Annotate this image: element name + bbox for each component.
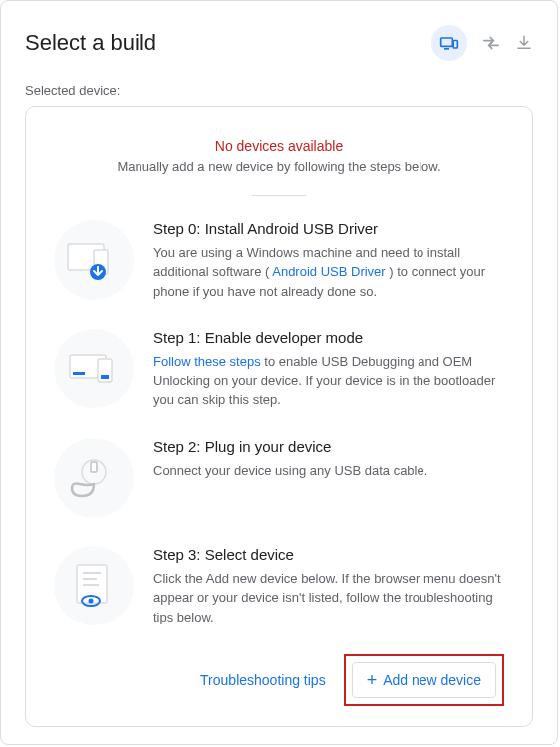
svg-rect-7 xyxy=(73,372,85,375)
add-device-label: Add new device xyxy=(383,672,481,688)
step-0-title: Step 0: Install Android USB Driver xyxy=(153,220,504,237)
step-0-illustration xyxy=(54,220,134,300)
step-1-title: Step 1: Enable developer mode xyxy=(153,329,504,346)
step-3-title: Step 3: Select device xyxy=(153,546,504,563)
step-3-desc: Click the Add new device below. If the b… xyxy=(153,569,504,627)
add-new-device-button[interactable]: + Add new device xyxy=(352,662,496,698)
step-0-desc: You are using a Windows machine and need… xyxy=(153,243,504,302)
svg-rect-0 xyxy=(441,38,453,46)
step-0: Step 0: Install Android USB Driver You a… xyxy=(54,220,504,302)
svg-rect-9 xyxy=(101,375,109,379)
select-device-icon xyxy=(67,559,121,613)
follow-steps-link[interactable]: Follow these steps xyxy=(153,354,261,369)
step-2-content: Step 2: Plug in your device Connect your… xyxy=(153,438,504,518)
swap-icon[interactable] xyxy=(481,35,501,51)
device-setup-card: No devices available Manually add a new … xyxy=(25,106,533,727)
selected-device-label: Selected device: xyxy=(25,83,533,98)
divider xyxy=(252,195,306,196)
plus-icon: + xyxy=(367,671,378,689)
page-title: Select a build xyxy=(25,30,156,56)
step-1: Step 1: Enable developer mode Follow the… xyxy=(54,329,504,410)
svg-rect-11 xyxy=(91,462,97,472)
install-driver-icon xyxy=(64,236,124,284)
svg-rect-1 xyxy=(453,41,457,49)
no-devices-section: No devices available Manually add a new … xyxy=(54,138,504,177)
svg-point-17 xyxy=(89,598,94,603)
step-1-illustration xyxy=(54,329,134,408)
footer-actions: Troubleshooting tips + Add new device xyxy=(54,654,504,706)
step-2-title: Step 2: Plug in your device xyxy=(153,438,504,455)
step-2-desc: Connect your device using any USB data c… xyxy=(153,461,504,481)
devices-icon xyxy=(439,33,459,53)
step-2: Step 2: Plug in your device Connect your… xyxy=(54,438,504,518)
troubleshooting-tips-link[interactable]: Troubleshooting tips xyxy=(200,672,326,688)
step-3-content: Step 3: Select device Click the Add new … xyxy=(153,546,504,627)
no-devices-subtitle: Manually add a new device by following t… xyxy=(105,158,453,177)
highlight-annotation: + Add new device xyxy=(344,654,504,706)
download-icon[interactable] xyxy=(515,34,533,52)
developer-mode-icon xyxy=(64,349,124,388)
step-1-desc: Follow these steps to enable USB Debuggi… xyxy=(153,352,504,410)
plug-device-icon xyxy=(66,450,122,506)
step-3-illustration xyxy=(54,546,134,625)
devices-icon-button[interactable] xyxy=(431,25,467,61)
step-1-content: Step 1: Enable developer mode Follow the… xyxy=(153,329,504,410)
no-devices-title: No devices available xyxy=(54,138,504,154)
build-selector-card: Select a build Selected device: No devic xyxy=(0,0,558,745)
step-3: Step 3: Select device Click the Add new … xyxy=(54,546,504,627)
android-usb-driver-link[interactable]: Android USB Driver xyxy=(272,264,385,279)
step-2-illustration xyxy=(54,438,134,518)
header: Select a build xyxy=(25,25,533,61)
step-0-content: Step 0: Install Android USB Driver You a… xyxy=(153,220,504,302)
header-icons xyxy=(431,25,533,61)
